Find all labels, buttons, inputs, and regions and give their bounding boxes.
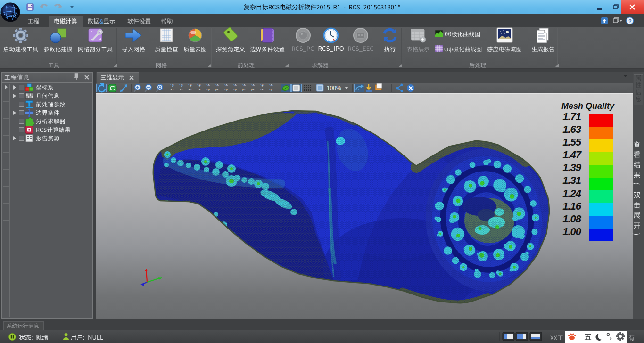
svg-text:y: y — [172, 83, 174, 87]
svg-text:yx: yx — [251, 87, 255, 91]
svg-text:y: y — [262, 83, 264, 87]
svg-text:zx: zx — [179, 87, 183, 91]
svg-text:x: x — [208, 83, 210, 86]
svg-text:xz: xz — [188, 87, 192, 91]
svg-text:x: x — [226, 83, 228, 86]
svg-text:zy: zy — [224, 87, 228, 91]
svg-text:x: x — [271, 83, 272, 86]
svg-text:x: x — [244, 83, 246, 86]
svg-text:x: x — [217, 83, 219, 86]
svg-text:zx: zx — [260, 87, 264, 91]
svg-text:yx: yx — [215, 87, 219, 91]
svg-text:100%: 100% — [327, 85, 341, 91]
svg-text:x: x — [235, 83, 237, 86]
svg-text:zy: zy — [269, 87, 272, 91]
svg-text:?: ? — [628, 18, 632, 24]
svg-text:zy: zy — [206, 87, 210, 91]
svg-text:y: y — [190, 83, 192, 87]
svg-text:zx: zx — [197, 87, 201, 91]
svg-text:xz: xz — [170, 87, 174, 91]
svg-text:yz: yz — [242, 87, 246, 91]
svg-text:x: x — [253, 83, 255, 86]
svg-text:&: & — [99, 18, 104, 25]
svg-text:zy: zy — [233, 87, 237, 91]
svg-text:y: y — [199, 83, 201, 87]
svg-text:y: y — [181, 83, 183, 87]
